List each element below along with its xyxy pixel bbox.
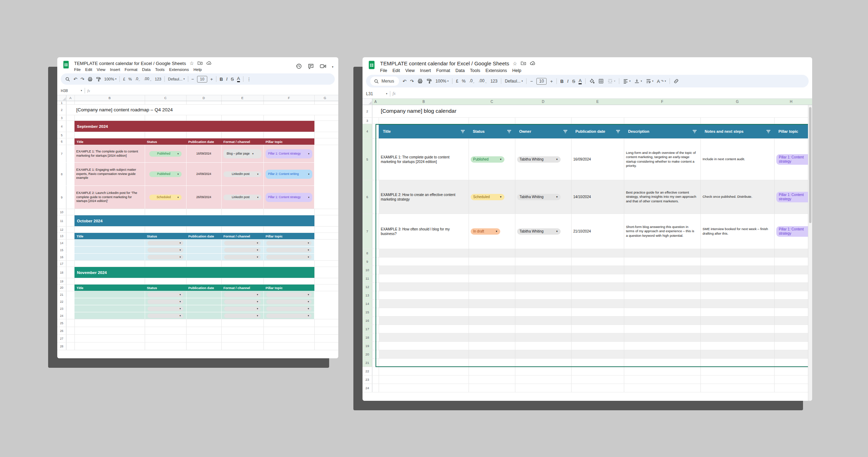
col-header[interactable]: F [624,99,700,105]
merge-cells-button[interactable]: ▾ [607,78,615,84]
currency-format-button[interactable]: £ [456,79,458,84]
title-cell[interactable]: EXAMPLE 2: Launch LinkedIn post for ‘The… [76,186,143,209]
date-cell[interactable]: 14/10/2024 [573,180,615,214]
date-cell[interactable]: 26/09/2024 [186,186,221,209]
row-header[interactable]: 26 [57,327,66,334]
pillar-chip[interactable]: Pillar 2: Content writing▼ [266,170,312,179]
description-cell[interactable]: Short-form blog answering this question … [626,214,696,249]
pillar-dropdown[interactable] [266,255,312,259]
pillar-chip[interactable]: Pillar 1: Content strategy▼ [266,193,312,202]
font-select[interactable]: Defaul...▾ [168,77,184,81]
number-format-button[interactable]: 123 [490,79,497,84]
row-header[interactable]: 25 [57,319,66,327]
row-header[interactable]: 15 [363,308,372,316]
notes-cell[interactable]: Include in next content audit. [703,139,770,180]
menu-file[interactable]: File [380,68,387,73]
row-header[interactable]: 23 [363,376,372,384]
empty-row[interactable] [372,291,812,299]
menu-data[interactable]: Data [142,67,150,72]
empty-row[interactable] [372,376,812,384]
menu-insert[interactable]: Insert [420,68,431,73]
row-header[interactable]: 15 [57,247,66,253]
increase-font-size-button[interactable]: + [550,79,553,84]
col-header[interactable]: E [221,95,263,101]
hdr-owner[interactable]: Owner [517,124,556,138]
pillar-dropdown[interactable] [266,313,312,318]
title-cell[interactable]: EXAMPLE 1: The complete guide to content… [381,139,462,180]
hdr-pillar[interactable]: Pillar topic [776,124,808,138]
empty-row[interactable] [372,316,812,325]
row-header[interactable]: 27 [57,335,66,342]
empty-row[interactable] [66,319,338,327]
empty-table-row[interactable] [66,305,338,312]
currency-format-button[interactable]: £ [123,77,125,81]
status-chip[interactable]: Scheduled▼ [471,194,504,200]
pillar-dropdown[interactable] [266,306,312,311]
row-header[interactable]: 9 [57,186,66,209]
percent-format-button[interactable]: % [462,79,466,84]
row-header[interactable]: 10 [363,266,372,274]
menus-search-button[interactable]: Menus [370,77,399,86]
empty-row[interactable] [372,257,812,266]
bold-button[interactable]: B [560,79,563,84]
sheets-logo-icon[interactable] [367,60,377,71]
table-header-row[interactable]: Title Status Publication date Format / c… [66,138,338,145]
col-header[interactable]: C [469,99,515,105]
empty-row[interactable] [372,300,812,308]
row-header[interactable]: 9 [363,257,372,266]
empty-row[interactable] [372,249,812,257]
strikethrough-button[interactable]: S [231,77,234,82]
hdr-format[interactable]: Format / channel [221,138,263,145]
row-header[interactable]: 8 [363,249,372,257]
comments-icon[interactable] [308,63,314,71]
empty-row[interactable] [372,367,812,375]
title-row[interactable]: [Company name] blog calendar [372,105,812,117]
col-header[interactable]: B [74,95,145,101]
print-icon[interactable] [87,77,93,82]
row-header[interactable]: 22 [363,367,372,375]
row-header[interactable]: 20 [57,285,66,291]
pillar-chip[interactable]: Pillar 1: Content strategy [776,154,812,165]
status-dropdown[interactable] [148,241,183,245]
name-box-caret[interactable]: ▾ [386,92,387,95]
camera-dropdown-caret[interactable]: ▾ [332,65,333,68]
row-header[interactable]: 5 [57,132,66,138]
col-header[interactable]: D [186,95,221,101]
hdr-format[interactable]: Format / channel [221,285,263,291]
redo-icon[interactable]: ↷ [410,79,414,84]
data-row[interactable]: EXAMPLE 2: Launch LinkedIn post for ‘The… [66,186,338,209]
format-dropdown[interactable] [224,299,261,304]
empty-row[interactable] [372,266,812,274]
status-dropdown[interactable] [148,255,183,259]
row-header[interactable]: 1 [57,101,66,104]
paint-format-icon[interactable] [96,77,101,82]
menu-data[interactable]: Data [455,68,464,73]
decrease-decimal-button[interactable]: .0← [135,77,141,81]
menu-help[interactable]: Help [512,68,521,73]
data-row[interactable]: EXAMPLE 3: How often should I blog for m… [372,214,812,249]
owner-chip[interactable]: Tabitha Whiting▼ [517,156,561,163]
paint-format-icon[interactable] [426,78,432,84]
select-all-corner[interactable] [363,99,372,105]
data-row[interactable]: EXAMPLE 1: The complete guide to content… [372,139,812,180]
date-cell[interactable]: 21/10/2024 [573,214,615,249]
row-header[interactable]: 19 [363,342,372,350]
title-cell[interactable]: EXAMPLE 2: How to create an effective co… [381,180,462,214]
strikethrough-button[interactable]: S [572,79,575,84]
empty-row[interactable] [372,333,812,341]
row-header[interactable]: 12 [57,227,66,233]
col-header[interactable]: B [379,99,469,105]
menu-file[interactable]: File [74,67,81,72]
row-header[interactable]: 7 [363,214,372,249]
empty-table-row[interactable] [66,291,338,298]
status-chip[interactable]: Published▼ [471,156,504,163]
select-all-corner[interactable] [57,95,66,101]
col-header[interactable]: E [571,99,624,105]
name-box[interactable]: H38 [61,89,78,93]
format-dropdown[interactable] [224,241,261,245]
row-header[interactable]: 17 [363,325,372,333]
document-title[interactable]: TEMPLATE content calendar for Excel / Go… [74,61,186,66]
col-header[interactable]: A [66,95,74,101]
owner-chip[interactable]: Tabitha Whiting▼ [517,194,561,200]
filter-icon[interactable] [507,130,511,133]
